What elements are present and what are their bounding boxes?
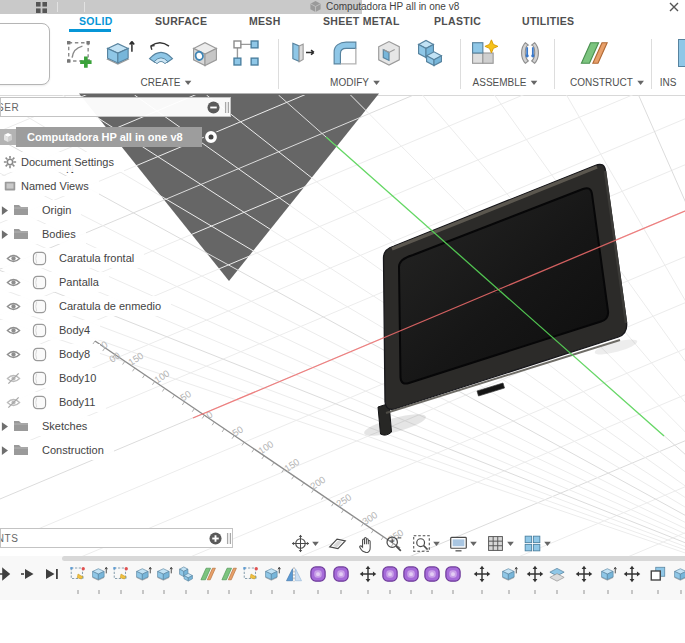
timeline-scrollbar[interactable]	[62, 556, 685, 561]
expand-arrow-icon[interactable]	[1, 422, 8, 431]
timeline-feature-move[interactable]	[359, 565, 377, 583]
visibility-eye-icon[interactable]	[6, 323, 21, 338]
close-icon[interactable]	[669, 2, 679, 12]
timeline-feature-construct-plane[interactable]	[199, 565, 217, 583]
group-label-create[interactable]: CREATE	[141, 77, 192, 88]
tab-mesh[interactable]: MESH	[249, 15, 281, 27]
browser-panel-header[interactable]: BROWSER	[0, 97, 231, 117]
activate-component-radio[interactable]	[203, 129, 219, 145]
tab-utilities[interactable]: UTILITIES	[522, 15, 574, 27]
browser-item-body4[interactable]: Body4	[0, 320, 100, 340]
caret-down-icon[interactable]	[544, 541, 551, 546]
extrude-tool-button[interactable]	[103, 37, 135, 69]
nav-look-at-button[interactable]	[328, 534, 347, 553]
group-label-assemble[interactable]: ASSEMBLE	[473, 77, 538, 88]
construct-plane-tool-button[interactable]	[578, 37, 610, 69]
expand-arrow-icon[interactable]	[1, 206, 8, 215]
tab-sheet-metal[interactable]: SHEET METAL	[323, 15, 400, 27]
caret-down-icon[interactable]	[507, 541, 514, 546]
panel-grip-icon[interactable]	[224, 101, 230, 114]
nav-display-settings-button[interactable]	[449, 534, 477, 553]
hole-tool-button[interactable]	[189, 37, 221, 69]
revolve-tool-button[interactable]	[145, 37, 177, 69]
group-label-construct[interactable]: CONSTRUCT	[570, 77, 644, 88]
group-label-modify[interactable]: MODIFY	[330, 77, 380, 88]
browser-item-caratula-de-enmedio[interactable]: Caratula de enmedio	[0, 296, 171, 316]
joint-tool-button[interactable]	[514, 37, 546, 69]
create-sketch-tool-button[interactable]	[63, 37, 95, 69]
nav-zoom-button[interactable]	[384, 534, 403, 553]
press-pull-tool-button[interactable]	[286, 37, 318, 69]
tab-surface[interactable]: SURFACE	[155, 15, 207, 27]
browser-item-pantalla[interactable]: Pantalla	[0, 272, 109, 292]
browser-item-body11[interactable]: Body11	[0, 392, 106, 412]
tab-solid[interactable]: SOLID	[79, 15, 113, 27]
fillet-tool-button[interactable]	[329, 37, 361, 69]
timeline-feature-mirror[interactable]	[285, 565, 303, 583]
hp-all-in-one-model[interactable]	[378, 164, 627, 435]
timeline-feature-sketch[interactable]	[69, 565, 87, 583]
timeline-feature-extrude[interactable]	[672, 565, 685, 583]
combine-tool-button[interactable]	[414, 37, 446, 69]
browser-item-named-views[interactable]: Named Views	[0, 176, 99, 196]
visibility-eye-icon[interactable]	[6, 275, 21, 290]
browser-item-document-settings[interactable]: Document Settings	[0, 152, 124, 172]
timeline-feature-extrude[interactable]	[500, 565, 518, 583]
timeline-feature-sketch[interactable]	[112, 565, 130, 583]
nav-viewports-button[interactable]	[523, 534, 551, 553]
timeline-feature-extrude[interactable]	[155, 565, 173, 583]
timeline-feature-extrude[interactable]	[599, 565, 617, 583]
nav-pan-button[interactable]	[356, 534, 375, 553]
nav-fit-button[interactable]	[412, 534, 440, 553]
browser-item-body8[interactable]: Body8	[0, 344, 100, 364]
panel-grip-icon[interactable]	[226, 532, 232, 545]
timeline-feature-construct-plane[interactable]	[220, 565, 238, 583]
caret-down-icon[interactable]	[470, 541, 477, 546]
browser-item-construction[interactable]: Construction	[0, 440, 114, 460]
visibility-eye-icon[interactable]	[6, 299, 21, 314]
group-label-inspect[interactable]: INS	[660, 77, 677, 88]
timeline-feature-form[interactable]	[332, 565, 350, 583]
timeline-feature-extrude[interactable]	[263, 565, 281, 583]
expand-panel-icon[interactable]	[209, 532, 222, 545]
timeline-feature-extrude[interactable]	[90, 565, 108, 583]
browser-root-label[interactable]: Computadora HP all in one v8	[16, 127, 202, 147]
app-menu-icon[interactable]	[36, 2, 47, 13]
comments-panel-header[interactable]: COMMENTS	[0, 528, 233, 548]
expand-arrow-icon[interactable]	[1, 446, 8, 455]
rectangular-pattern-tool-button[interactable]	[230, 37, 262, 69]
expand-arrow-icon[interactable]	[1, 230, 8, 239]
shell-tool-button[interactable]	[373, 37, 405, 69]
timeline-feature-sketch[interactable]	[242, 565, 260, 583]
timeline-feature-form[interactable]	[402, 565, 420, 583]
inspect-tool-icon-partial[interactable]	[678, 39, 685, 67]
timeline-feature-move[interactable]	[473, 565, 491, 583]
caret-down-icon[interactable]	[312, 541, 319, 546]
workspace-selector[interactable]	[0, 23, 50, 85]
caret-down-icon[interactable]	[433, 541, 440, 546]
collapse-panel-icon[interactable]	[207, 101, 220, 114]
timeline-go-to-end-button[interactable]	[44, 566, 60, 582]
browser-item-sketches[interactable]: Sketches	[0, 416, 97, 436]
nav-orbit-button[interactable]	[291, 534, 319, 553]
timeline-feature-box-select[interactable]	[649, 565, 667, 583]
timeline-feature-form[interactable]	[309, 565, 327, 583]
timeline-feature-move[interactable]	[526, 565, 544, 583]
browser-item-body10[interactable]: Body10	[0, 368, 106, 388]
tab-plastic[interactable]: PLASTIC	[434, 15, 481, 27]
browser-item-origin[interactable]: Origin	[0, 200, 81, 220]
visibility-eye-icon[interactable]	[6, 251, 21, 266]
timeline-feature-form[interactable]	[381, 565, 399, 583]
visibility-eye-icon[interactable]	[6, 347, 21, 362]
visibility-eye-off-icon[interactable]	[6, 395, 21, 410]
timeline-feature-split-body[interactable]	[548, 565, 566, 583]
timeline-feature-extrude[interactable]	[134, 565, 152, 583]
new-component-tool-button[interactable]	[468, 37, 500, 69]
nav-grid-display-button[interactable]	[486, 534, 514, 553]
browser-item-caratula-frontal[interactable]: Caratula frontal	[0, 248, 144, 268]
timeline-feature-move[interactable]	[623, 565, 641, 583]
timeline-feature-combine[interactable]	[177, 565, 195, 583]
visibility-eye-off-icon[interactable]	[6, 371, 21, 386]
timeline-feature-move[interactable]	[575, 565, 593, 583]
timeline-play-marker-button[interactable]	[0, 566, 11, 582]
